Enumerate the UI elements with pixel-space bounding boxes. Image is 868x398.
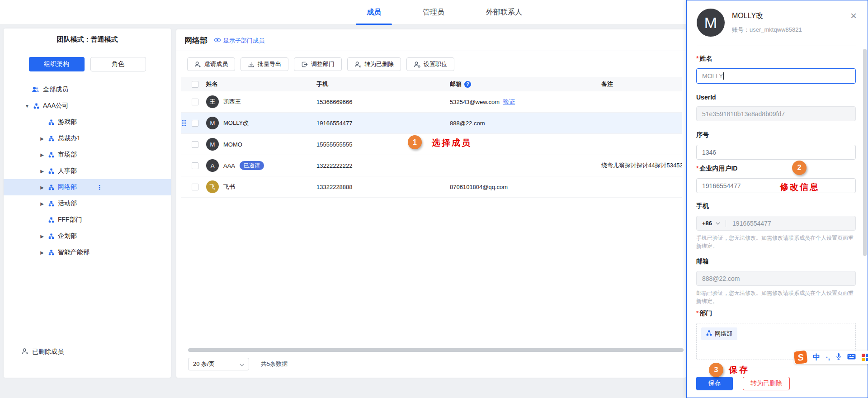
seq-input[interactable]: 1346: [696, 145, 856, 160]
userid-field-label: UserId: [696, 94, 856, 101]
drawer-member-account: 账号：user_mktqww85821: [732, 26, 802, 34]
sogou-logo-icon[interactable]: S: [794, 351, 808, 365]
email-input: 888@22.com: [696, 271, 856, 286]
tree-item-7[interactable]: ▶活动部: [4, 195, 171, 212]
tree-item-label: 企划部: [58, 232, 77, 240]
row-checkbox[interactable]: [192, 141, 198, 148]
members-toolbar: 邀请成员批量导出调整部门转为已删除设置职位: [187, 57, 686, 71]
select-all-checkbox[interactable]: [192, 81, 198, 88]
row-checkbox[interactable]: [192, 184, 198, 190]
member-avatar: A: [206, 159, 219, 172]
member-row-0[interactable]: 王凯西王15366669666532543@wew.com验证: [181, 91, 682, 113]
chevron-expanded-icon[interactable]: ▼: [24, 104, 30, 109]
member-phone: 19166554477: [316, 120, 450, 127]
tab-members[interactable]: 成员: [351, 0, 396, 25]
drawer-member-name: MOLLY改: [732, 11, 763, 21]
org-structure-button[interactable]: 组织架构: [29, 57, 85, 71]
department-tag-label: 网络部: [715, 330, 732, 338]
tree-item-10[interactable]: ▶智能产能部: [4, 244, 171, 261]
deleted-members-label: 已删除成员: [32, 348, 64, 356]
move-to-deleted-button[interactable]: 转为已删除: [743, 377, 790, 390]
show-sub-departments-label: 显示子部门成员: [223, 37, 264, 45]
tree-item-0[interactable]: 全部成员: [4, 81, 171, 98]
toolbar-button-0[interactable]: 邀请成员: [187, 57, 235, 71]
phone-input: +86 19166554477: [696, 216, 856, 231]
chevron-collapsed-icon[interactable]: ▶: [39, 136, 45, 141]
column-header-0: 姓名: [206, 80, 316, 88]
seq-field-label: 序号: [696, 131, 856, 139]
tab-admins-label: 管理员: [423, 8, 444, 17]
member-row-4[interactable]: 飞飞书133222288888706101804@qq.com: [181, 176, 682, 198]
main-divider: [176, 51, 686, 51]
tree-item-1[interactable]: ▼AAA公司: [4, 98, 171, 114]
save-button[interactable]: 保存: [696, 377, 733, 390]
toolbar-button-1[interactable]: 批量导出: [241, 57, 288, 71]
tree-item-5[interactable]: ▶人事部: [4, 163, 171, 179]
show-sub-departments-toggle[interactable]: 显示子部门成员: [214, 37, 264, 45]
ime-language-toggle[interactable]: 中: [813, 353, 820, 362]
microphone-icon[interactable]: [836, 353, 841, 362]
org-sidebar: 团队模式：普通模式 组织架构 角色 全部成员▼AAA公司游戏部▶总裁办1▶市场部…: [4, 28, 171, 378]
chevron-collapsed-icon[interactable]: ▶: [39, 169, 45, 174]
org-icon: [48, 217, 54, 223]
member-name: MOLLY改: [223, 119, 249, 127]
person-remove-icon: [22, 348, 28, 356]
member-row-1[interactable]: MMOLLY改19166554477888@22.com: [181, 113, 682, 134]
chevron-down-icon: [240, 361, 244, 368]
chevron-collapsed-icon[interactable]: ▶: [39, 250, 45, 255]
row-checkbox[interactable]: [192, 99, 198, 105]
userid-input: 51e3591810b13e8ad8b09fd7: [696, 106, 856, 121]
tree-item-6[interactable]: ▶网络部⋮: [4, 179, 171, 195]
member-row-2[interactable]: MMOMO15555555555: [181, 134, 682, 155]
name-input[interactable]: MOLLY: [696, 68, 856, 84]
roles-button[interactable]: 角色: [90, 57, 146, 71]
tree-item-8[interactable]: FFF部门: [4, 212, 171, 228]
org-icon: [33, 103, 39, 109]
help-icon[interactable]: ?: [464, 81, 471, 88]
toolbar-button-label: 转为已删除: [364, 60, 394, 68]
toolbar-button-3[interactable]: 转为已删除: [347, 57, 401, 71]
vertical-scrollbar[interactable]: [863, 49, 867, 256]
tree-item-3[interactable]: ▶总裁办1: [4, 130, 171, 147]
member-name: 飞书: [223, 183, 235, 191]
member-row-3[interactable]: AAAA已邀请13222222222绕弯儿翁探讨探讨44探讨5345345435…: [181, 155, 682, 176]
country-code-select[interactable]: +86: [702, 220, 720, 227]
horizontal-scrollbar[interactable]: [188, 348, 684, 352]
tree-item-label: FFF部门: [58, 216, 82, 224]
page-size-select[interactable]: 20 条/页: [188, 358, 249, 370]
sidebar-divider: [14, 50, 161, 50]
chevron-collapsed-icon[interactable]: ▶: [39, 201, 45, 206]
ime-toolbar: S 中 ·,: [794, 351, 868, 364]
department-title: 网络部: [184, 35, 208, 46]
tree-item-4[interactable]: ▶市场部: [4, 147, 171, 163]
toolbar-button-4[interactable]: 设置职位: [406, 57, 454, 71]
drawer-divider: [697, 46, 856, 46]
chevron-collapsed-icon[interactable]: ▶: [39, 234, 45, 239]
more-actions-icon[interactable]: ⋮: [96, 184, 103, 191]
row-checkbox[interactable]: [192, 120, 198, 127]
ime-punctuation-toggle[interactable]: ·,: [826, 354, 830, 361]
close-icon[interactable]: ×: [850, 10, 857, 21]
tab-admins[interactable]: 管理员: [407, 0, 460, 25]
ime-apps-grid-icon[interactable]: [862, 354, 868, 361]
download-icon: [248, 61, 255, 68]
chevron-collapsed-icon[interactable]: ▶: [39, 152, 45, 157]
tree-item-9[interactable]: ▶企划部: [4, 228, 171, 244]
tree-item-label: 市场部: [58, 151, 77, 159]
drag-handle-icon[interactable]: [182, 120, 186, 126]
tree-item-2[interactable]: 游戏部: [4, 114, 171, 130]
userid-value: 51e3591810b13e8ad8b09fd7: [702, 110, 785, 118]
org-icon: [48, 152, 54, 158]
keyboard-icon[interactable]: [847, 353, 856, 361]
row-checkbox[interactable]: [192, 162, 198, 169]
org-icon: [48, 201, 54, 207]
member-name: 凯西王: [223, 98, 241, 106]
tab-external-contacts[interactable]: 外部联系人: [471, 0, 538, 25]
chevron-collapsed-icon[interactable]: ▶: [39, 185, 45, 190]
verify-link[interactable]: 验证: [503, 98, 515, 106]
corp-uid-input[interactable]: 19166554477: [696, 178, 856, 193]
deleted-members-entry[interactable]: 已删除成员: [22, 348, 64, 356]
toolbar-button-label: 调整部门: [311, 60, 335, 68]
toolbar-button-2[interactable]: 调整部门: [294, 57, 342, 71]
department-tag[interactable]: 网络部: [701, 327, 737, 340]
